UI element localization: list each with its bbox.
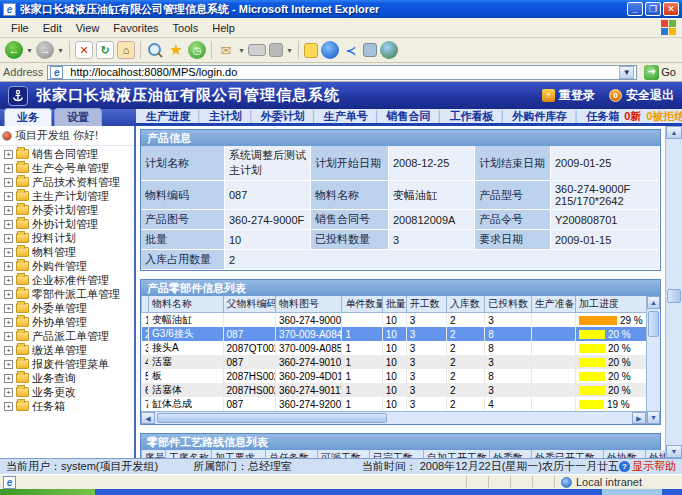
- parts-vscrollbar[interactable]: ▲ ▼: [646, 296, 660, 424]
- expand-icon[interactable]: +: [4, 402, 13, 411]
- nav-item-3[interactable]: 生产单号: [324, 110, 368, 122]
- column-header[interactable]: 生产准备: [531, 296, 575, 313]
- column-header[interactable]: 加工进度: [575, 296, 646, 313]
- column-header[interactable]: 工序名称: [166, 450, 212, 458]
- media-button[interactable]: ≺: [342, 41, 360, 59]
- start-button-fragment[interactable]: [0, 489, 95, 495]
- column-header[interactable]: [142, 296, 149, 313]
- expand-icon[interactable]: +: [4, 234, 13, 243]
- scroll-left-button[interactable]: ◀: [141, 412, 155, 424]
- forward-button[interactable]: →: [36, 41, 54, 59]
- column-header[interactable]: 已投料数: [485, 296, 531, 313]
- column-header[interactable]: 单件数量: [342, 296, 382, 313]
- favorites-button[interactable]: ★: [167, 41, 185, 59]
- column-header[interactable]: 序号: [142, 450, 166, 458]
- search-button[interactable]: [146, 41, 164, 59]
- minimize-button[interactable]: _: [627, 2, 643, 16]
- tree-item[interactable]: +外协单管理: [2, 315, 134, 329]
- menu-item-view[interactable]: View: [69, 20, 107, 36]
- expand-icon[interactable]: +: [4, 304, 13, 313]
- page-scrollbar[interactable]: ▲ ▼: [665, 126, 682, 458]
- tree-item[interactable]: +报废件管理菜单: [2, 357, 134, 371]
- tree-item[interactable]: +外委单管理: [2, 301, 134, 315]
- home-button[interactable]: ⌂: [117, 41, 135, 59]
- nav-item-7[interactable]: 任务箱: [586, 110, 619, 122]
- table-row[interactable]: 4活塞087360-274-9010F11032320 %: [142, 355, 647, 369]
- column-header[interactable]: 自加工开工数: [424, 450, 490, 458]
- relogin-button[interactable]: ⚡ 重登录: [542, 87, 595, 104]
- page-scroll-down-button[interactable]: ▼: [666, 445, 682, 458]
- tree-item[interactable]: +外购件管理: [2, 259, 134, 273]
- tree-item[interactable]: +外委计划管理: [2, 203, 134, 217]
- table-row[interactable]: 1变幅油缸360-274-9000F1032329 %: [142, 313, 647, 328]
- tree-item[interactable]: +主生产计划管理: [2, 189, 134, 203]
- close-button[interactable]: ✕: [663, 2, 679, 16]
- tree-item[interactable]: +投料计划: [2, 231, 134, 245]
- tree-item[interactable]: +零部件派工单管理: [2, 287, 134, 301]
- nav-item-6[interactable]: 外购件库存: [512, 110, 567, 122]
- mail-button[interactable]: ✉: [217, 41, 235, 59]
- column-header[interactable]: 外委已开工数: [532, 450, 604, 458]
- find-button[interactable]: [363, 43, 377, 57]
- menu-item-help[interactable]: Help: [205, 20, 242, 36]
- expand-icon[interactable]: +: [4, 388, 13, 397]
- mail-dropdown[interactable]: ▾: [238, 41, 245, 59]
- expand-icon[interactable]: +: [4, 262, 13, 271]
- maximize-button[interactable]: ❐: [645, 2, 661, 16]
- logout-button[interactable]: 0 安全退出: [609, 87, 674, 104]
- expand-icon[interactable]: +: [4, 318, 13, 327]
- tree-item[interactable]: +业务查询: [2, 371, 134, 385]
- notes-button[interactable]: [304, 43, 318, 58]
- back-dropdown[interactable]: ▾: [26, 41, 33, 59]
- tree-item[interactable]: +物料管理: [2, 245, 134, 259]
- table-row[interactable]: 3接头A2087QT002370-009-A085011032820 %: [142, 341, 647, 355]
- edit-dropdown[interactable]: ▾: [286, 41, 293, 59]
- table-row[interactable]: 5板2087HS002360-209-4D01011032820 %: [142, 369, 647, 383]
- address-input[interactable]: e http://localhost:8080/MPS/login.do ▼: [47, 65, 637, 80]
- history-button[interactable]: ◷: [188, 41, 206, 59]
- expand-icon[interactable]: +: [4, 346, 13, 355]
- nav-item-4[interactable]: 销售合同: [387, 110, 431, 122]
- scroll-up-button[interactable]: ▲: [647, 296, 660, 309]
- expand-icon[interactable]: +: [4, 360, 13, 369]
- tab-设置[interactable]: 设置: [54, 108, 102, 126]
- column-header[interactable]: 外委数: [490, 450, 532, 458]
- nav-item-1[interactable]: 主计划: [209, 110, 242, 122]
- refresh-button[interactable]: ↻: [96, 41, 114, 59]
- page-scroll-up-button[interactable]: ▲: [666, 126, 682, 139]
- column-header[interactable]: 物料图号: [275, 296, 341, 313]
- column-header[interactable]: 入库数: [447, 296, 485, 313]
- expand-icon[interactable]: +: [4, 150, 13, 159]
- title-bar[interactable]: e 张家口长城液压油缸有限公司管理信息系统 - Microsoft Intern…: [0, 0, 682, 18]
- tree-item[interactable]: +外协计划管理: [2, 217, 134, 231]
- page-scroll-thumb[interactable]: [667, 289, 681, 303]
- column-header[interactable]: 外协数: [604, 450, 646, 458]
- expand-icon[interactable]: +: [4, 374, 13, 383]
- expand-icon[interactable]: +: [4, 290, 13, 299]
- go-button[interactable]: ➜ Go: [641, 65, 679, 80]
- nav-item-2[interactable]: 外委计划: [261, 110, 305, 122]
- edit-button[interactable]: [269, 43, 283, 57]
- expand-icon[interactable]: +: [4, 192, 13, 201]
- table-row[interactable]: 7缸体总成087360-274-9200F11032419 %: [142, 397, 647, 411]
- column-header[interactable]: 总任务数: [266, 450, 318, 458]
- msn-buddy-button[interactable]: [380, 41, 398, 59]
- column-header[interactable]: 可派工数: [318, 450, 370, 458]
- parts-hscrollbar[interactable]: ◀ ▶: [141, 411, 646, 424]
- tab-业务[interactable]: 业务: [4, 108, 52, 126]
- tree-item[interactable]: +产品派工单管理: [2, 329, 134, 343]
- help-link[interactable]: ? 显示帮助: [619, 459, 676, 474]
- stop-button[interactable]: ✕: [75, 41, 93, 59]
- table-row[interactable]: 6活塞体2087HS002360-274-9011W11032320 %: [142, 383, 647, 397]
- column-header[interactable]: 开工数: [406, 296, 446, 313]
- expand-icon[interactable]: +: [4, 206, 13, 215]
- expand-icon[interactable]: +: [4, 248, 13, 257]
- table-row[interactable]: 2G3/6接头087370-009-A084011032820 %: [142, 327, 647, 341]
- nav-item-0[interactable]: 生产进度: [146, 110, 190, 122]
- column-header[interactable]: 批量: [382, 296, 406, 313]
- hscroll-thumb[interactable]: [157, 413, 387, 423]
- scroll-down-button[interactable]: ▼: [647, 411, 660, 424]
- expand-icon[interactable]: +: [4, 276, 13, 285]
- tree-item[interactable]: +销售合同管理: [2, 147, 134, 161]
- tree-item[interactable]: +生产令号单管理: [2, 161, 134, 175]
